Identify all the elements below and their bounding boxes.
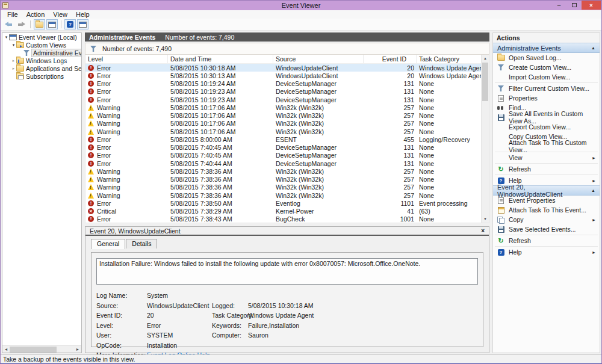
minimize-button[interactable]: –	[551, 1, 566, 10]
action-save-selected-events[interactable]: Save Selected Events...	[493, 224, 600, 234]
tree-item-label: Event Viewer (Local)	[19, 34, 77, 41]
event-datetime-cell: 5/08/2015 7:38:43 AM	[168, 215, 273, 223]
menu-action[interactable]: Action	[22, 11, 49, 18]
action-help[interactable]: Help►	[493, 247, 600, 257]
event-row[interactable]: Error5/08/2015 10:19:23 AMDeviceSetupMan…	[85, 96, 481, 103]
event-source-cell: Win32k (Win32k)	[273, 168, 364, 175]
tree-item-custom-views[interactable]: ▾Custom Views	[2, 42, 81, 49]
action-label: Save Selected Events...	[509, 226, 576, 233]
tree-expand-arrow-icon[interactable]: ▸	[11, 66, 16, 71]
event-taskcategory-cell: None	[417, 215, 481, 223]
action-refresh[interactable]: Refresh	[493, 236, 600, 245]
blank-icon	[497, 124, 504, 131]
action-label: Attach Task To This Custom View...	[509, 139, 596, 153]
tree-expand-arrow-icon[interactable]: ▾	[4, 35, 9, 40]
tree-expand-arrow-icon[interactable]: ▸	[11, 58, 16, 63]
event-row[interactable]: Critical5/08/2015 7:38:29 AMKernel-Power…	[85, 208, 481, 215]
event-datetime-cell: 5/08/2015 7:38:50 AM	[168, 200, 273, 207]
action-import-custom-view[interactable]: Import Custom View...	[493, 72, 600, 82]
events-vertical-scrollbar[interactable]: ▲ ▼	[481, 55, 489, 223]
action-filter-current-custom-view[interactable]: Filter Current Custom View...	[493, 84, 600, 93]
column-header-level[interactable]: Level	[85, 55, 168, 63]
action-open-saved-log[interactable]: Open Saved Log...	[493, 53, 600, 63]
detail-close-button[interactable]: ×	[481, 227, 485, 234]
action-save-all-events-in-custom-view-as[interactable]: Save All Events in Custom View As...	[493, 113, 600, 122]
column-header-eventid[interactable]: Event ID	[364, 55, 417, 63]
save-icon	[498, 226, 504, 233]
tab-general[interactable]: General	[91, 239, 125, 249]
titlebar[interactable]: Event Viewer – ×	[1, 1, 601, 10]
event-row[interactable]: Warning5/08/2015 7:38:36 AMWin32k (Win32…	[85, 176, 481, 184]
field-label: Logged:	[212, 302, 248, 309]
actions-section-header[interactable]: Administrative Events▲	[493, 43, 600, 53]
scroll-up-arrow-icon[interactable]: ▲	[482, 55, 489, 62]
event-row[interactable]: Warning5/08/2015 10:17:06 AMWin32k (Win3…	[85, 103, 481, 111]
close-button[interactable]: ×	[582, 1, 601, 10]
menu-file[interactable]: File	[3, 11, 22, 18]
action-attach-task-to-this-event[interactable]: Attach Task To This Event...	[493, 205, 600, 215]
open-folder-button[interactable]	[34, 19, 45, 29]
tree-item-administrative-events[interactable]: Administrative Events	[2, 49, 81, 57]
action-attach-task-to-this-custom-view[interactable]: Attach Task To This Custom View...	[493, 141, 600, 151]
scroll-right-arrow-icon[interactable]: ►	[74, 347, 81, 351]
actions-section-header[interactable]: Event 20, WindowsUpdateClient▲	[493, 185, 600, 196]
event-row[interactable]: Error5/08/2015 7:40:45 AMDeviceSetupMana…	[85, 152, 481, 159]
tree-item-subscriptions[interactable]: Subscriptions	[2, 73, 81, 80]
column-header-datetime[interactable]: Date and Time	[168, 55, 273, 63]
forward-arrow-button[interactable]	[16, 19, 27, 29]
error-icon	[88, 216, 94, 222]
back-arrow-button[interactable]	[3, 19, 14, 29]
tree-horizontal-scrollbar[interactable]: ◄ ►	[2, 345, 81, 353]
collapse-arrow-icon[interactable]: ▲	[591, 46, 595, 50]
action-properties[interactable]: Properties	[493, 93, 600, 103]
action-copy[interactable]: Copy►	[493, 215, 600, 224]
maximize-button[interactable]	[566, 1, 582, 10]
filter-bar[interactable]: Number of events: 7,490	[85, 43, 489, 55]
field-label: Source:	[96, 302, 147, 309]
funnel-icon	[498, 85, 504, 91]
tree-item-applications-and-services-logs[interactable]: ▸Applications and Services Logs	[2, 65, 81, 72]
column-header-taskcat[interactable]: Task Category	[417, 55, 481, 63]
event-row[interactable]: Warning5/08/2015 7:38:36 AMWin32k (Win32…	[85, 191, 481, 199]
event-row[interactable]: Error5/08/2015 7:40:44 AMDeviceSetupMana…	[85, 159, 481, 167]
action-create-custom-view[interactable]: Create Custom View...	[493, 63, 600, 72]
tree-item-windows-logs[interactable]: ▸Windows Logs	[2, 57, 81, 64]
scroll-down-arrow-icon[interactable]: ▼	[482, 215, 489, 223]
warning-icon	[88, 105, 94, 111]
event-row[interactable]: Error5/08/2015 7:38:43 AMBugCheck1001Non…	[85, 215, 481, 223]
menu-view[interactable]: View	[49, 11, 72, 18]
event-row[interactable]: Error5/08/2015 7:38:50 AMEventlog1101Eve…	[85, 199, 481, 207]
column-header-source[interactable]: Source	[273, 55, 364, 63]
event-row[interactable]: Error5/08/2015 10:19:23 AMDeviceSetupMan…	[85, 88, 481, 96]
event-row[interactable]: Error5/08/2015 7:40:45 AMDeviceSetupMana…	[85, 144, 481, 152]
scrollbar-thumb[interactable]	[482, 63, 488, 101]
error-icon	[88, 97, 94, 103]
tree-item-event-viewer-local-[interactable]: ▾Event Viewer (Local)	[2, 34, 81, 41]
event-row[interactable]: Error5/08/2015 8:00:00 AMESENT455Logging…	[85, 135, 481, 143]
console-window-button[interactable]	[77, 19, 88, 29]
action-view[interactable]: View►	[493, 153, 600, 162]
event-taskcategory-cell: None	[417, 112, 481, 119]
event-row[interactable]: Warning5/08/2015 7:38:36 AMWin32k (Win32…	[85, 167, 481, 175]
action-refresh[interactable]: Refresh	[493, 164, 600, 174]
event-row[interactable]: Warning5/08/2015 7:38:36 AMWin32k (Win32…	[85, 184, 481, 191]
field-label	[212, 292, 248, 299]
console-window-button[interactable]	[46, 19, 58, 29]
event-row[interactable]: Error5/08/2015 10:30:18 AMWindowsUpdateC…	[85, 64, 481, 72]
event-id-cell: 257	[364, 128, 417, 135]
event-row[interactable]: Error5/08/2015 10:30:13 AMWindowsUpdateC…	[85, 72, 481, 79]
event-row[interactable]: Error5/08/2015 10:19:24 AMDeviceSetupMan…	[85, 80, 481, 88]
event-row[interactable]: Warning5/08/2015 10:17:06 AMWin32k (Win3…	[85, 120, 481, 128]
menu-help[interactable]: Help	[72, 11, 94, 18]
tab-details[interactable]: Details	[126, 239, 157, 248]
event-source-cell: WindowsUpdateClient	[273, 72, 364, 79]
action-label: View	[509, 154, 523, 161]
collapse-arrow-icon[interactable]: ▲	[591, 188, 595, 193]
scrollbar-thumb[interactable]	[10, 347, 57, 353]
help-button[interactable]	[64, 19, 76, 29]
tree-expand-arrow-icon[interactable]: ▾	[11, 43, 16, 48]
event-taskcategory-cell: None	[417, 152, 481, 159]
event-row[interactable]: Warning5/08/2015 10:17:06 AMWin32k (Win3…	[85, 128, 481, 135]
event-row[interactable]: Warning5/08/2015 10:17:06 AMWin32k (Win3…	[85, 112, 481, 120]
scroll-left-arrow-icon[interactable]: ◄	[2, 347, 10, 351]
